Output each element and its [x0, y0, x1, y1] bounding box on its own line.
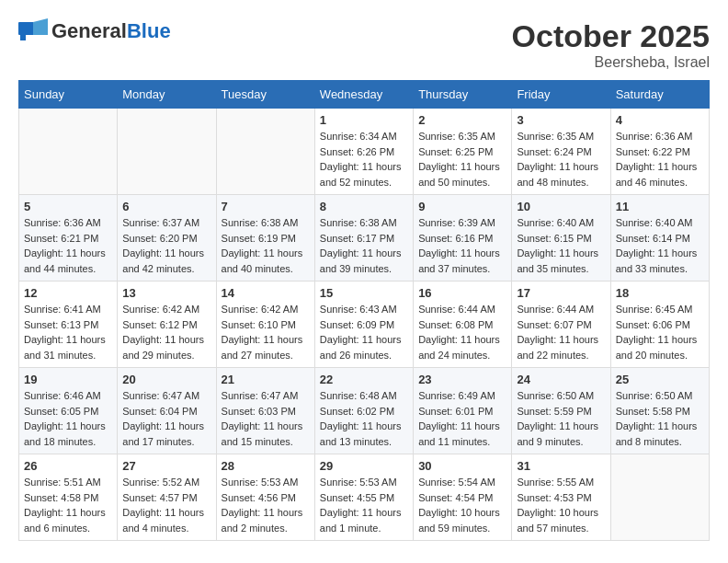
logo-blue: Blue — [127, 19, 171, 42]
day-content: Sunrise: 6:41 AMSunset: 6:13 PMDaylight:… — [24, 302, 112, 362]
day-info-line: Sunset: 4:56 PM — [222, 490, 310, 506]
day-info-line: Daylight: 11 hours — [320, 332, 408, 348]
day-info-line: Daylight: 11 hours — [222, 419, 310, 434]
day-number: 24 — [517, 373, 605, 386]
day-info-line: Sunset: 4:53 PM — [517, 490, 605, 506]
day-info-line: Daylight: 11 hours — [222, 505, 310, 521]
day-info-line: and 39 minutes. — [320, 261, 408, 277]
calendar-week-row: 19Sunrise: 6:46 AMSunset: 6:05 PMDayligh… — [19, 368, 710, 454]
day-info-line: and 4 minutes. — [122, 521, 210, 536]
day-info-line: Sunrise: 6:40 AM — [517, 215, 605, 231]
day-number: 10 — [517, 200, 605, 213]
day-number: 25 — [616, 373, 704, 386]
calendar-cell: 31Sunrise: 5:55 AMSunset: 4:53 PMDayligh… — [512, 454, 610, 541]
day-info-line: Sunset: 6:07 PM — [517, 317, 605, 333]
day-info-line: Daylight: 11 hours — [122, 246, 210, 261]
day-info-line: Sunset: 6:16 PM — [418, 231, 506, 247]
day-info-line: Daylight: 11 hours — [222, 246, 310, 261]
day-info-line: Sunset: 6:04 PM — [122, 404, 210, 419]
day-content: Sunrise: 5:52 AMSunset: 4:57 PMDaylight:… — [122, 475, 210, 535]
day-info-line: Sunrise: 6:47 AM — [222, 388, 310, 404]
day-number: 11 — [616, 200, 704, 213]
calendar-cell: 6Sunrise: 6:37 AMSunset: 6:20 PMDaylight… — [118, 195, 216, 282]
calendar-cell — [19, 109, 118, 195]
day-info-line: Sunrise: 6:42 AM — [222, 302, 310, 317]
day-info-line: and 52 minutes. — [320, 175, 408, 190]
day-number: 21 — [222, 373, 310, 386]
day-info-line: Sunset: 6:14 PM — [616, 231, 704, 247]
day-content: Sunrise: 5:53 AMSunset: 4:55 PMDaylight:… — [320, 475, 408, 535]
day-info-line: Sunrise: 6:48 AM — [320, 388, 408, 404]
calendar-cell: 1Sunrise: 6:34 AMSunset: 6:26 PMDaylight… — [314, 109, 413, 195]
calendar-cell: 19Sunrise: 6:46 AMSunset: 6:05 PMDayligh… — [19, 368, 118, 454]
calendar-cell: 21Sunrise: 6:47 AMSunset: 6:03 PMDayligh… — [216, 368, 314, 454]
day-content: Sunrise: 6:47 AMSunset: 6:03 PMDaylight:… — [222, 388, 310, 449]
day-content: Sunrise: 6:49 AMSunset: 6:01 PMDaylight:… — [418, 388, 506, 449]
calendar-cell: 10Sunrise: 6:40 AMSunset: 6:15 PMDayligh… — [512, 195, 610, 282]
day-content: Sunrise: 6:46 AMSunset: 6:05 PMDaylight:… — [24, 388, 112, 449]
day-number: 2 — [418, 113, 506, 127]
day-content: Sunrise: 6:34 AMSunset: 6:26 PMDaylight:… — [320, 129, 408, 190]
day-info-line: and 48 minutes. — [517, 175, 605, 190]
title-area: October 2025 Beersheba, Israel — [512, 18, 710, 71]
day-content: Sunrise: 5:53 AMSunset: 4:56 PMDaylight:… — [222, 475, 310, 535]
day-info-line: Daylight: 10 hours — [517, 505, 605, 521]
day-info-line: Daylight: 11 hours — [320, 419, 408, 434]
day-info-line: Sunset: 4:57 PM — [122, 490, 210, 506]
calendar-cell: 8Sunrise: 6:38 AMSunset: 6:17 PMDaylight… — [314, 195, 413, 282]
day-info-line: Sunrise: 6:34 AM — [320, 129, 408, 144]
day-content: Sunrise: 6:50 AMSunset: 5:59 PMDaylight:… — [517, 388, 605, 449]
day-info-line: Daylight: 11 hours — [122, 505, 210, 521]
day-info-line: Daylight: 11 hours — [616, 332, 704, 348]
day-info-line: Sunrise: 6:37 AM — [122, 215, 210, 231]
day-number: 26 — [24, 459, 112, 473]
calendar-cell: 24Sunrise: 6:50 AMSunset: 5:59 PMDayligh… — [512, 368, 610, 454]
calendar-cell: 26Sunrise: 5:51 AMSunset: 4:58 PMDayligh… — [19, 454, 118, 541]
day-info-line: and 15 minutes. — [222, 434, 310, 450]
day-info-line: Sunrise: 5:55 AM — [517, 475, 605, 490]
day-info-line: Sunset: 6:02 PM — [320, 404, 408, 419]
day-content: Sunrise: 5:55 AMSunset: 4:53 PMDaylight:… — [517, 475, 605, 535]
day-info-line: Sunrise: 6:41 AM — [24, 302, 112, 317]
col-header-friday: Friday — [512, 81, 610, 109]
day-info-line: and 8 minutes. — [616, 434, 704, 450]
day-info-line: Sunrise: 6:42 AM — [122, 302, 210, 317]
calendar-cell: 13Sunrise: 6:42 AMSunset: 6:12 PMDayligh… — [118, 282, 216, 368]
calendar-cell: 17Sunrise: 6:44 AMSunset: 6:07 PMDayligh… — [512, 282, 610, 368]
day-content: Sunrise: 6:45 AMSunset: 6:06 PMDaylight:… — [616, 302, 704, 362]
calendar-cell: 12Sunrise: 6:41 AMSunset: 6:13 PMDayligh… — [19, 282, 118, 368]
day-number: 3 — [517, 113, 605, 127]
day-number: 20 — [122, 373, 210, 386]
day-info-line: Sunset: 6:26 PM — [320, 144, 408, 160]
day-info-line: Daylight: 11 hours — [122, 332, 210, 348]
day-content: Sunrise: 6:43 AMSunset: 6:09 PMDaylight:… — [320, 302, 408, 362]
month-title: October 2025 — [512, 18, 710, 54]
day-info-line: Sunrise: 5:51 AM — [24, 475, 112, 490]
calendar-cell: 20Sunrise: 6:47 AMSunset: 6:04 PMDayligh… — [118, 368, 216, 454]
day-info-line: and 50 minutes. — [418, 175, 506, 190]
day-content: Sunrise: 6:44 AMSunset: 6:08 PMDaylight:… — [418, 302, 506, 362]
day-info-line: Sunset: 6:20 PM — [122, 231, 210, 247]
calendar-cell: 27Sunrise: 5:52 AMSunset: 4:57 PMDayligh… — [118, 454, 216, 541]
day-info-line: Daylight: 11 hours — [616, 159, 704, 175]
day-info-line: Sunrise: 5:53 AM — [222, 475, 310, 490]
day-info-line: and 42 minutes. — [122, 261, 210, 277]
day-info-line: Sunset: 6:22 PM — [616, 144, 704, 160]
calendar-cell: 18Sunrise: 6:45 AMSunset: 6:06 PMDayligh… — [610, 282, 709, 368]
day-info-line: Sunset: 6:19 PM — [222, 231, 310, 247]
day-info-line: Sunrise: 6:38 AM — [320, 215, 408, 231]
day-info-line: and 33 minutes. — [616, 261, 704, 277]
day-info-line: and 17 minutes. — [122, 434, 210, 450]
day-info-line: Daylight: 11 hours — [517, 332, 605, 348]
day-number: 23 — [418, 373, 506, 386]
calendar-week-row: 5Sunrise: 6:36 AMSunset: 6:21 PMDaylight… — [19, 195, 710, 282]
col-header-thursday: Thursday — [414, 81, 512, 109]
day-info-line: and 24 minutes. — [418, 348, 506, 363]
day-number: 18 — [616, 286, 704, 300]
day-info-line: Sunset: 6:05 PM — [24, 404, 112, 419]
day-info-line: Sunrise: 6:45 AM — [616, 302, 704, 317]
calendar-cell — [610, 454, 709, 541]
day-content: Sunrise: 6:42 AMSunset: 6:10 PMDaylight:… — [222, 302, 310, 362]
day-content: Sunrise: 5:51 AMSunset: 4:58 PMDaylight:… — [24, 475, 112, 535]
day-info-line: Daylight: 11 hours — [418, 246, 506, 261]
